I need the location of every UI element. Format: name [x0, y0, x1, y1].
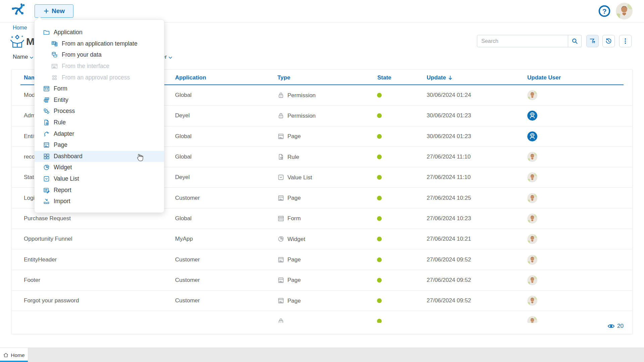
- menu-item-label: Form: [54, 85, 67, 92]
- update-user-avatar[interactable]: [527, 111, 537, 121]
- update-user-avatar[interactable]: [527, 172, 537, 182]
- menu-item-application[interactable]: Application: [35, 27, 164, 38]
- rule-icon: [277, 154, 284, 161]
- menu-item-from-the-interface: From the interface: [35, 61, 164, 72]
- column-header-state[interactable]: State: [377, 74, 391, 81]
- state-dot: [377, 298, 382, 303]
- state-dot: [377, 196, 382, 200]
- table-row[interactable]: FooterCustomerPage27/06/2024 09:52: [12, 270, 632, 291]
- chevron-down-icon: [29, 55, 34, 60]
- menu-item-dashboard[interactable]: Dashboard: [35, 151, 164, 162]
- update-user-avatar[interactable]: [527, 193, 537, 203]
- menu-item-from-an-application-template[interactable]: From an application template: [35, 38, 164, 50]
- state-dot: [377, 93, 382, 98]
- report-icon: [43, 187, 50, 194]
- cell-name: Opportunity Funnel: [24, 236, 72, 242]
- cell-type: Page: [277, 256, 301, 263]
- column-header-type[interactable]: Type: [277, 74, 290, 81]
- deyel-logo[interactable]: [10, 3, 26, 19]
- cell-type: Permission: [277, 92, 316, 99]
- cell-type: Page: [277, 133, 301, 140]
- cell-type: Form: [277, 215, 301, 222]
- menu-item-rule[interactable]: Rule: [35, 117, 164, 128]
- update-user-avatar[interactable]: [527, 316, 537, 323]
- cell-name: EntityHeader: [24, 256, 57, 263]
- column-header-updateUser[interactable]: Update User: [527, 74, 561, 81]
- cell-update: 30/06/2024 01:24: [427, 92, 471, 99]
- update-user-avatar[interactable]: [527, 255, 537, 265]
- menu-item-process[interactable]: Process: [35, 106, 164, 117]
- column-header-update[interactable]: Update: [427, 74, 453, 81]
- table-row[interactable]: Forgot your passwordCustomerPage27/06/20…: [12, 291, 632, 311]
- menu-item-label: Rule: [54, 119, 66, 126]
- svg-text:?: ?: [602, 7, 607, 15]
- history-button[interactable]: [602, 35, 615, 47]
- new-dropdown-menu: ApplicationFrom an application templateF…: [34, 19, 164, 213]
- update-user-avatar[interactable]: [527, 275, 537, 285]
- filter-button[interactable]: [586, 35, 599, 47]
- menu-item-widget[interactable]: Widget: [35, 162, 164, 173]
- search-group: [477, 35, 582, 47]
- update-user-avatar[interactable]: [527, 90, 537, 100]
- search-input[interactable]: [477, 35, 568, 47]
- menu-item-label: Dashboard: [54, 153, 83, 160]
- cell-update: 27/06/2024 10:25: [427, 195, 471, 201]
- cell-name: Forgot your password: [24, 297, 79, 304]
- cell-application: Global: [175, 133, 192, 140]
- column-header-application[interactable]: Application: [175, 74, 206, 81]
- menu-item-entity[interactable]: Entity: [35, 95, 164, 106]
- menu-item-label: From the interface: [62, 63, 109, 70]
- table-row[interactable]: EntityHeaderCustomerPage27/06/2024 09:52: [12, 249, 632, 270]
- table-row[interactable]: Opportunity FunnelMyAppWidget27/06/2024 …: [12, 229, 632, 249]
- help-icon[interactable]: ?: [598, 4, 611, 18]
- database-icon: [51, 51, 58, 58]
- cell-application: MyApp: [175, 236, 193, 242]
- page-icon: [277, 194, 284, 201]
- menu-item-form[interactable]: Form: [35, 83, 164, 95]
- update-user-avatar[interactable]: [527, 296, 537, 306]
- form-icon: [277, 215, 284, 222]
- cell-type: Page: [277, 194, 301, 201]
- valuelist-icon: [43, 175, 50, 182]
- search-icon[interactable]: [568, 35, 581, 47]
- menu-item-import[interactable]: Import: [35, 196, 164, 207]
- cell-application: Global: [175, 215, 192, 222]
- cell-application: Customer: [175, 277, 200, 284]
- update-user-avatar[interactable]: [527, 131, 537, 141]
- menu-item-page[interactable]: Page: [35, 139, 164, 151]
- form-icon: [43, 85, 50, 92]
- new-button-label: New: [52, 7, 65, 15]
- menu-item-value-list[interactable]: Value List: [35, 173, 164, 185]
- visible-count[interactable]: 20: [607, 322, 624, 330]
- menu-item-label: Value List: [54, 175, 79, 182]
- cell-update: 27/06/2024 09:52: [427, 297, 471, 304]
- dashboard-icon: [43, 153, 50, 160]
- update-user-avatar[interactable]: [527, 214, 537, 224]
- new-button[interactable]: New: [35, 4, 73, 18]
- interface-icon: [51, 63, 58, 70]
- state-dot: [377, 175, 382, 180]
- menu-item-from-your-data[interactable]: From your data: [35, 49, 164, 61]
- menu-item-label: From an application template: [62, 40, 138, 47]
- cell-application: Customer: [175, 297, 200, 304]
- update-user-avatar[interactable]: [527, 152, 537, 162]
- breadcrumb[interactable]: Home: [13, 25, 27, 31]
- cell-name: Footer: [24, 277, 40, 284]
- user-avatar[interactable]: [616, 3, 633, 19]
- cell-application: Deyel: [175, 174, 190, 181]
- more-options-button[interactable]: [619, 35, 632, 47]
- cell-name: Purchase Request: [24, 215, 71, 222]
- cell-type: Rule: [277, 154, 299, 161]
- filter-chip-name[interactable]: Name: [13, 54, 34, 60]
- cell-application: Customer: [175, 195, 200, 201]
- page-icon: [277, 133, 284, 140]
- approval-icon: [51, 74, 58, 81]
- table-row[interactable]: [12, 311, 632, 323]
- menu-item-report[interactable]: Report: [35, 184, 164, 196]
- home-tab[interactable]: Home: [0, 348, 28, 362]
- lock-icon: [277, 318, 284, 323]
- menu-item-adapter[interactable]: Adapter: [35, 128, 164, 139]
- cell-update: 27/06/2024 09:52: [427, 277, 471, 284]
- menu-item-label: Entity: [54, 97, 68, 104]
- update-user-avatar[interactable]: [527, 234, 537, 244]
